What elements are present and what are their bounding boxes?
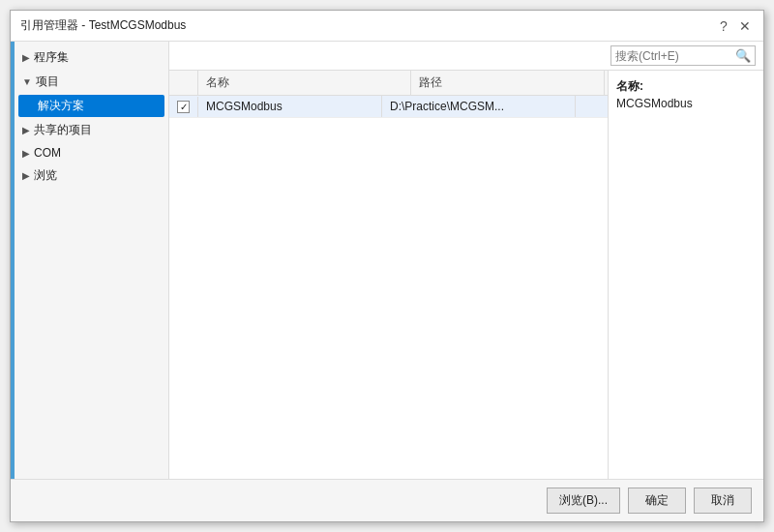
cancel-button[interactable]: 取消 <box>694 488 752 514</box>
sidebar-item-browse[interactable]: ▶ 浏览 <box>15 163 168 188</box>
table-container: 名称 路径 ✓ MCGSModbus D:\Practice\MCGSM... … <box>169 71 763 479</box>
browse-button[interactable]: 浏览(B)... <box>547 488 620 514</box>
th-name: 名称 <box>198 71 411 95</box>
sidebar-item-assemblies[interactable]: ▶ 程序集 <box>15 45 168 70</box>
arrow-icon-browse: ▶ <box>22 170 30 181</box>
sidebar-label-browse: 浏览 <box>34 167 57 184</box>
table-header: 名称 路径 <box>169 71 608 96</box>
arrow-icon: ▶ <box>22 52 30 63</box>
ok-button[interactable]: 确定 <box>628 488 686 514</box>
sidebar-item-com[interactable]: ▶ COM <box>15 142 168 163</box>
td-path: D:\Practice\MCGSM... <box>382 96 576 117</box>
th-check <box>169 71 198 95</box>
main-toolbar: 🔍 <box>169 42 763 71</box>
td-check: ✓ <box>169 97 198 117</box>
arrow-icon-project: ▼ <box>22 76 32 87</box>
main-panel: 🔍 名称 路径 ✓ MCGSMod <box>169 42 763 479</box>
sidebar-label-assemblies: 程序集 <box>34 49 69 66</box>
td-name: MCGSModbus <box>198 96 382 117</box>
search-box: 🔍 <box>610 45 756 66</box>
detail-name-value: MCGSModbus <box>616 97 756 110</box>
title-bar-right: ? ✕ <box>715 17 754 35</box>
detail-name-label: 名称: <box>616 78 756 95</box>
sidebar-label-com: COM <box>34 146 61 160</box>
table-section: 名称 路径 ✓ MCGSModbus D:\Practice\MCGSM... <box>169 71 609 479</box>
close-button[interactable]: ✕ <box>736 17 754 35</box>
sidebar-item-project[interactable]: ▼ 项目 <box>15 70 168 94</box>
arrow-icon-com: ▶ <box>22 148 30 159</box>
title-bar-left: 引用管理器 - TestMCGSModbus <box>20 17 186 34</box>
sidebar: ▶ 程序集 ▼ 项目 解决方案 ▶ 共享的项目 ▶ COM <box>15 42 169 479</box>
content-area: ▶ 程序集 ▼ 项目 解决方案 ▶ 共享的项目 ▶ COM <box>11 42 763 479</box>
dialog-title: 引用管理器 - TestMCGSModbus <box>20 17 186 34</box>
sidebar-label-shared: 共享的项目 <box>34 122 92 138</box>
dialog-window: 引用管理器 - TestMCGSModbus ? ✕ ▶ 程序集 ▼ 项目 解决… <box>10 10 764 522</box>
title-bar: 引用管理器 - TestMCGSModbus ? ✕ <box>11 11 763 42</box>
detail-panel: 名称: MCGSModbus <box>609 71 763 479</box>
sidebar-item-shared[interactable]: ▶ 共享的项目 <box>15 118 168 142</box>
sidebar-label-project: 项目 <box>36 74 59 90</box>
sidebar-label-solution: 解决方案 <box>38 98 84 114</box>
search-icon[interactable]: 🔍 <box>735 48 751 63</box>
arrow-icon-shared: ▶ <box>22 125 30 135</box>
th-path: 路径 <box>411 71 605 95</box>
checkbox-mcgsmodbus[interactable]: ✓ <box>177 101 190 113</box>
sidebar-item-solution[interactable]: 解决方案 <box>18 95 164 117</box>
help-button[interactable]: ? <box>715 17 732 35</box>
footer: 浏览(B)... 确定 取消 <box>11 479 763 521</box>
search-input[interactable] <box>615 49 731 63</box>
table-row[interactable]: ✓ MCGSModbus D:\Practice\MCGSM... <box>169 96 608 118</box>
